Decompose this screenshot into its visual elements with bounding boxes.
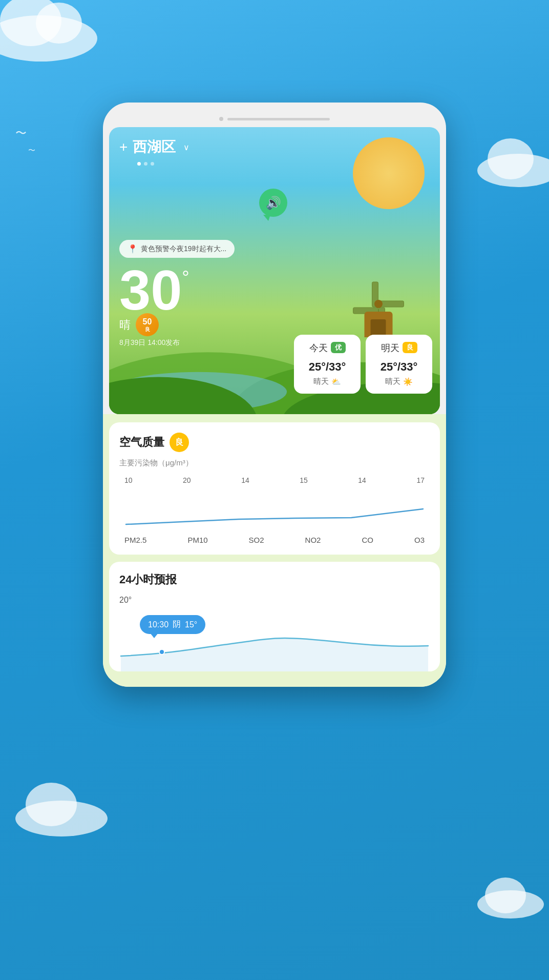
- co-value: 14: [358, 476, 366, 484]
- aqi-badge: 50 良: [136, 313, 159, 336]
- dot-1[interactable]: [137, 162, 141, 166]
- no2-value: 15: [300, 476, 308, 484]
- dot-2[interactable]: [144, 162, 147, 166]
- notch-dot: [219, 117, 223, 121]
- weather-card: + 西湖区 ∨ 🔊 📍 黄色预警今夜19时起有大...: [109, 127, 440, 414]
- forecast24-chart-area: 10:30 阴 15°: [119, 610, 430, 671]
- notch-bar: [103, 113, 446, 127]
- phone-frame: + 西湖区 ∨ 🔊 📍 黄色预警今夜19时起有大...: [103, 103, 446, 687]
- seagull-left-small: 〜: [28, 146, 35, 155]
- today-quality-badge: 优: [331, 342, 346, 353]
- temperature-section: 30 ° 晴 50 良 8月39日 14:00发布: [119, 262, 189, 348]
- publish-time: 8月39日 14:00发布: [119, 338, 189, 348]
- air-quality-card: 空气质量 良 主要污染物（μg/m³） 10 20 14 15 14 17 PM…: [109, 422, 440, 555]
- tooltip-temp: 15°: [185, 620, 197, 629]
- pm10-value: 20: [183, 476, 191, 484]
- o3-label: O3: [414, 536, 425, 544]
- tomorrow-forecast-card[interactable]: 明天 良 25°/33° 晴天 ☀️: [366, 335, 432, 394]
- forecast24-title: 24小时预报: [119, 572, 430, 587]
- bg-cloud-3: [477, 154, 549, 187]
- add-location-button[interactable]: +: [119, 139, 128, 155]
- temperature-value: 30: [119, 262, 182, 318]
- forecast-cards: 今天 优 25°/33° 晴天 ⛅ 明天 良 25°/33° 晴天 ☀️: [294, 335, 432, 394]
- seagull-left: 〜: [15, 126, 27, 141]
- tomorrow-quality-badge: 良: [403, 342, 417, 353]
- tooltip-time: 10:30: [148, 620, 168, 629]
- main-content: 空气质量 良 主要污染物（μg/m³） 10 20 14 15 14 17 PM…: [103, 414, 446, 687]
- air-quality-title: 空气质量: [119, 435, 164, 450]
- tooltip-condition: 阴: [173, 619, 181, 630]
- bg-cloud-2: [15, 801, 108, 836]
- pm25-value: 10: [124, 476, 133, 484]
- sun-icon: [353, 137, 425, 209]
- so2-label: SO2: [249, 536, 264, 544]
- aqi-label-badge: 良: [145, 326, 150, 332]
- today-temp: 25°/33°: [303, 360, 351, 374]
- today-forecast-card[interactable]: 今天 优 25°/33° 晴天 ⛅: [294, 335, 361, 394]
- notch-line: [227, 118, 330, 120]
- speaker-button[interactable]: 🔊: [259, 189, 287, 217]
- air-quality-chart: [119, 488, 430, 529]
- co-label: CO: [362, 536, 373, 544]
- warning-pin-icon: 📍: [128, 244, 138, 254]
- today-desc: 晴天 ⛅: [303, 377, 351, 386]
- dot-3[interactable]: [151, 162, 154, 166]
- tomorrow-desc: 晴天 ☀️: [375, 377, 423, 386]
- forecast24-card: 24小时预报 20° 10:30 阴 15°: [109, 562, 440, 671]
- tomorrow-label: 明天: [381, 342, 399, 354]
- time-tooltip: 10:30 阴 15°: [140, 615, 205, 634]
- chart-values-row: 10 20 14 15 14 17: [119, 476, 430, 484]
- speaker-icon: 🔊: [266, 196, 281, 210]
- location-name: 西湖区: [133, 137, 176, 157]
- so2-value: 14: [241, 476, 249, 484]
- tomorrow-temp: 25°/33°: [375, 360, 423, 374]
- warning-text: 黄色预警今夜19时起有大...: [141, 244, 226, 254]
- today-weather-icon: ⛅: [331, 377, 341, 386]
- bg-cloud-1: [0, 15, 97, 62]
- pm10-label: PM10: [187, 536, 207, 544]
- svg-point-5: [159, 649, 164, 655]
- o3-value: 17: [416, 476, 425, 484]
- forecast24-y-label: 20°: [119, 596, 430, 605]
- weather-condition: 晴: [119, 317, 131, 333]
- air-quality-badge: 良: [170, 433, 189, 452]
- air-quality-subtitle: 主要污染物（μg/m³）: [119, 458, 430, 468]
- chevron-down-icon[interactable]: ∨: [183, 142, 189, 152]
- today-label: 今天: [309, 342, 328, 354]
- pm25-label: PM2.5: [124, 536, 146, 544]
- aqi-value: 50: [143, 317, 152, 326]
- chart-labels-row: PM2.5 PM10 SO2 NO2 CO O3: [119, 532, 430, 544]
- degree-symbol: °: [182, 267, 189, 289]
- no2-label: NO2: [305, 536, 321, 544]
- warning-bar[interactable]: 📍 黄色预警今夜19时起有大...: [119, 240, 235, 258]
- bg-cloud-4: [477, 890, 544, 918]
- tomorrow-weather-icon: ☀️: [403, 377, 413, 386]
